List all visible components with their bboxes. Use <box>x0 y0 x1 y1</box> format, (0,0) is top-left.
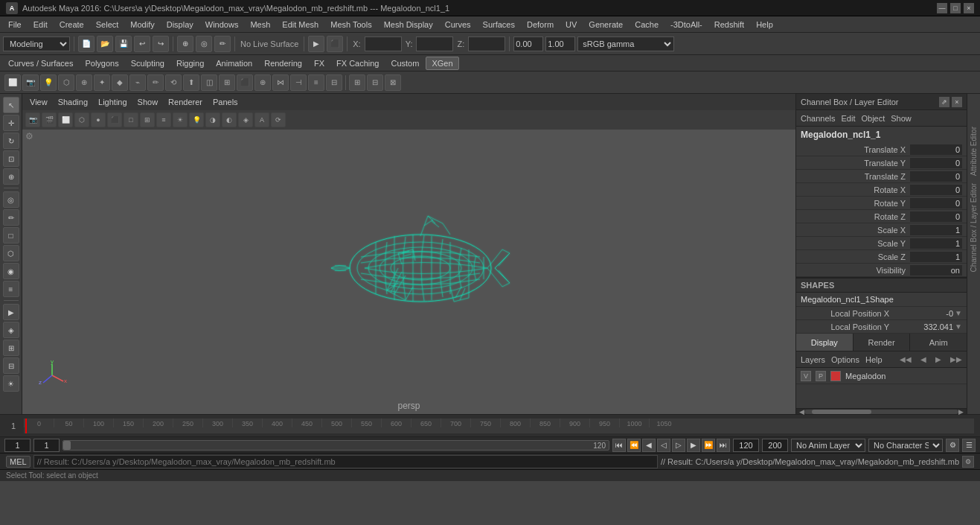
icon-split[interactable]: ⊣ <box>290 74 307 91</box>
icon-scene[interactable]: ⬜ <box>4 74 21 91</box>
vp-shadow[interactable]: ◑ <box>205 112 220 127</box>
icon-offset[interactable]: ⊟ <box>326 74 342 91</box>
channel-value-rz[interactable] <box>910 211 962 222</box>
jump-start-btn[interactable]: ⏮ <box>612 439 626 452</box>
layer-arrow3[interactable]: ▶ <box>935 355 941 363</box>
max-frame-input[interactable] <box>733 439 759 452</box>
transform-x[interactable] <box>365 36 402 51</box>
channel-value-tz[interactable] <box>910 171 962 182</box>
vp-smooth-btn[interactable]: ● <box>91 112 106 127</box>
icon-layout1[interactable]: ⊞ <box>349 74 365 91</box>
channel-value-ty[interactable] <box>910 158 962 168</box>
jump-end-btn[interactable]: ⏭ <box>717 439 730 452</box>
poly-btn[interactable]: ⬡ <box>3 245 19 261</box>
icon-extrude[interactable]: ⬆ <box>183 74 199 91</box>
vp-light1[interactable]: ☀ <box>173 112 188 127</box>
menu2-rendering[interactable]: Rendering <box>259 57 307 69</box>
icon-three-sweep[interactable]: ⟲ <box>165 74 182 91</box>
panel-close-btn[interactable]: × <box>952 97 962 107</box>
redo-btn[interactable]: ↪ <box>153 36 169 52</box>
menu-deform[interactable]: Deform <box>522 19 559 31</box>
menu-select[interactable]: Select <box>91 19 124 31</box>
menu-help[interactable]: Help <box>751 19 778 31</box>
vp-aa[interactable]: A <box>254 112 269 127</box>
options-menu-item[interactable]: Options <box>831 355 859 364</box>
next-frame-btn[interactable]: ▷ <box>672 439 685 452</box>
menu-display[interactable]: Display <box>161 19 199 31</box>
sel-btn[interactable]: ⊕ <box>177 36 193 52</box>
layer-visibility-btn[interactable]: V <box>801 371 811 381</box>
select-tool[interactable]: ↖ <box>3 97 19 113</box>
vp-menu-view[interactable]: View <box>25 96 52 108</box>
right-panel-scrollbar[interactable]: ◀ ▶ <box>796 408 967 414</box>
tab-anim[interactable]: Anim <box>910 334 967 351</box>
icon-ep[interactable]: ◆ <box>112 74 128 91</box>
viewport-canvas[interactable] <box>22 130 795 399</box>
icon-bevel[interactable]: ◫ <box>201 74 217 91</box>
menu-mesh-tools[interactable]: Mesh Tools <box>325 19 377 31</box>
vp-film-btn[interactable]: 🎬 <box>42 112 57 127</box>
node-editor[interactable]: ⊞ <box>3 340 19 356</box>
vp-wire-btn[interactable]: ⬡ <box>74 112 89 127</box>
menu-surfaces[interactable]: Surfaces <box>478 19 520 31</box>
vp-dof[interactable]: ◈ <box>238 112 253 127</box>
menu2-rigging[interactable]: Rigging <box>171 57 209 69</box>
scroll-right-btn[interactable]: ▶ <box>958 408 964 416</box>
menu2-curves-surfaces[interactable]: Curves / Surfaces <box>3 57 78 69</box>
frame-range-bar[interactable]: 120 <box>63 440 609 451</box>
menu2-custom[interactable]: Custom <box>386 57 425 69</box>
channels-menu-edit[interactable]: Edit <box>841 114 855 123</box>
icon-mesh[interactable]: ⬡ <box>58 74 74 91</box>
move-tool[interactable]: ✛ <box>3 115 19 131</box>
status-settings-btn[interactable]: ⚙ <box>962 456 974 468</box>
icon-fill[interactable]: ⬛ <box>237 74 253 91</box>
playhead[interactable] <box>25 419 27 433</box>
layer-arrow1[interactable]: ◀◀ <box>900 355 912 363</box>
save-btn[interactable]: 💾 <box>115 36 132 52</box>
render-btn[interactable]: ▶ <box>308 36 324 52</box>
menu-cache[interactable]: Cache <box>630 19 664 31</box>
channels-menu-channels[interactable]: Channels <box>801 114 835 123</box>
render-view[interactable]: ▶ <box>3 304 19 320</box>
render2-btn[interactable]: ⬛ <box>327 36 343 52</box>
language-indicator[interactable]: MEL <box>6 456 31 468</box>
value1[interactable]: 0.00 <box>513 36 543 51</box>
icon-layout3[interactable]: ⊠ <box>385 74 401 91</box>
layout-btn[interactable]: ≡ <box>3 281 19 297</box>
menu-uv[interactable]: UV <box>560 19 582 31</box>
xgen-btn[interactable]: ☀ <box>3 375 19 392</box>
scroll-left-btn[interactable]: ◀ <box>799 408 804 416</box>
step-back-btn[interactable]: ⏪ <box>627 439 641 452</box>
viewport-gear-btn[interactable]: ⚙ <box>25 131 37 143</box>
timeline-frame-range[interactable]: 0 50 100 150 200 250 300 350 400 450 500… <box>24 419 974 433</box>
vp-select1[interactable]: ⬜ <box>58 112 73 127</box>
layer-arrow4[interactable]: ▶▶ <box>950 355 962 363</box>
vp-cam-btn[interactable]: 📷 <box>25 112 40 127</box>
icon-layout2[interactable]: ⊟ <box>367 74 383 91</box>
hyper-shade[interactable]: ◈ <box>3 322 19 338</box>
menu-mesh[interactable]: Mesh <box>245 19 275 31</box>
anim-layer-dropdown[interactable]: No Anim Layer <box>791 439 865 452</box>
vp-menu-renderer[interactable]: Renderer <box>164 96 207 108</box>
menu2-fx[interactable]: FX <box>309 57 330 69</box>
channel-value-tx[interactable] <box>910 144 962 155</box>
channel-value-sz[interactable] <box>910 252 962 262</box>
maximize-btn[interactable]: □ <box>950 3 961 13</box>
menu-edit[interactable]: Edit <box>28 19 53 31</box>
menu-mesh-display[interactable]: Mesh Display <box>379 19 438 31</box>
vp-menu-panels[interactable]: Panels <box>208 96 243 108</box>
open-btn[interactable]: 📂 <box>97 36 113 52</box>
layer-arrow2[interactable]: ◀ <box>920 355 926 363</box>
icon-light[interactable]: 💡 <box>40 74 57 91</box>
char-set-dropdown[interactable]: No Character Set <box>868 439 943 452</box>
uv-editor[interactable]: ⊟ <box>3 357 19 374</box>
next-key-btn[interactable]: ▶ <box>687 439 700 452</box>
menu-windows[interactable]: Windows <box>200 19 244 31</box>
icon-joint[interactable]: ⊕ <box>76 74 92 91</box>
local-pos-x-expand[interactable]: ▼ <box>955 309 962 317</box>
last-tool[interactable]: ⊕ <box>3 168 19 185</box>
layer-playback-btn[interactable]: P <box>816 371 826 381</box>
tab-display[interactable]: Display <box>796 334 854 351</box>
icon-pencil[interactable]: ✏ <box>147 74 164 91</box>
icon-merge[interactable]: ⋈ <box>272 74 289 91</box>
